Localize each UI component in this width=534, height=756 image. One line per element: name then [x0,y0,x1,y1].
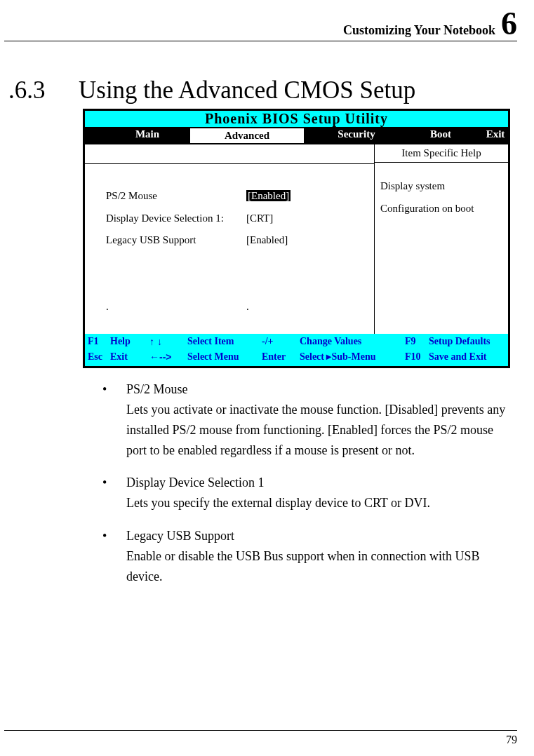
option-value: [CRT] [246,208,366,230]
option-row-ps2[interactable]: PS/2 Mouse [Enabled] [106,185,366,208]
footer-key: F10 [405,349,429,365]
footer-arrows-icon: ↑ ↓ [149,334,187,349]
list-item-body: Enable or disable the USB Bus support wh… [126,549,479,583]
tab-advanced[interactable]: Advanced [189,127,305,144]
footer-arrows-icon: ←--> [149,349,187,365]
tab-boot[interactable]: Boot [408,127,474,144]
help-text-line: Display system [380,175,502,198]
footer-label: Exit [110,349,149,365]
page-number: 79 [506,734,517,745]
bios-title: Phoenix BIOS Setup Utility [85,111,508,127]
footer-key: -/+ [262,334,300,349]
option-value-selected: [Enabled] [246,190,291,201]
footer-label: Select Menu [187,349,262,365]
option-label: Display Device Selection 1: [106,208,246,230]
footer-key: Esc [85,349,110,365]
footer-key: F1 [85,334,110,349]
bios-options-pane: PS/2 Mouse [Enabled] Display Device Sele… [85,144,375,334]
bios-setup-box: Phoenix BIOS Setup Utility Main Advanced… [83,109,510,368]
header-chapter-number: 6 [501,6,517,41]
tab-exit[interactable]: Exit [474,127,517,144]
list-item-heading: Legacy USB Support [126,526,510,546]
list-item-body: Lets you activate or inactivate the mous… [126,403,505,457]
bios-help-pane: Item Specific Help Display system Config… [375,144,508,334]
list-item: PS/2 Mouse Lets you activate or inactiva… [83,379,510,460]
bios-tabs: Main Advanced Security Boot Exit [85,127,508,144]
footer-label: Help [110,334,149,349]
list-item: Display Device Selection 1 Lets you spec… [83,473,510,513]
option-label: Legacy USB Support [106,229,246,252]
list-item: Legacy USB Support Enable or disable the… [83,526,510,586]
list-item-heading: PS/2 Mouse [126,379,510,400]
header-title: Customizing Your Notebook [343,23,495,37]
page-footer: 79 [4,730,517,746]
option-row-display-device[interactable]: Display Device Selection 1: [CRT] [106,208,366,230]
section-number: .6.3 [8,76,79,104]
help-text-line: Configuration on boot [380,198,502,220]
list-item-body: Lets you specify the external display de… [126,496,430,510]
footer-label: Select ▸Sub-Menu [300,349,405,365]
spacer-dots: .. [106,301,366,313]
tab-spacer [85,127,106,144]
footer-label: Setup Defaults [429,334,508,349]
option-value: [Enabled] [246,229,366,252]
footer-key: F9 [405,334,429,349]
tab-security[interactable]: Security [305,127,408,144]
option-row-legacy-usb[interactable]: Legacy USB Support [Enabled] [106,229,366,252]
option-label: PS/2 Mouse [106,185,246,208]
footer-key: Enter [262,349,300,365]
running-header: Customizing Your Notebook 6 [4,13,517,41]
footer-label: Change Values [300,334,405,349]
bios-body: PS/2 Mouse [Enabled] Display Device Sele… [85,144,508,334]
section-title: Using the Advanced CMOS Setup [79,76,415,104]
tab-main[interactable]: Main [106,127,189,144]
section-heading: .6.3Using the Advanced CMOS Setup [8,76,517,104]
list-item-heading: Display Device Selection 1 [126,473,510,493]
bios-footer-bar: F1 Help ↑ ↓ Select Item -/+ Change Value… [85,334,508,367]
description-list: PS/2 Mouse Lets you activate or inactiva… [83,379,510,586]
footer-label: Select Item [187,334,262,349]
footer-label: Save and Exit [429,349,508,365]
help-header: Item Specific Help [375,144,508,163]
